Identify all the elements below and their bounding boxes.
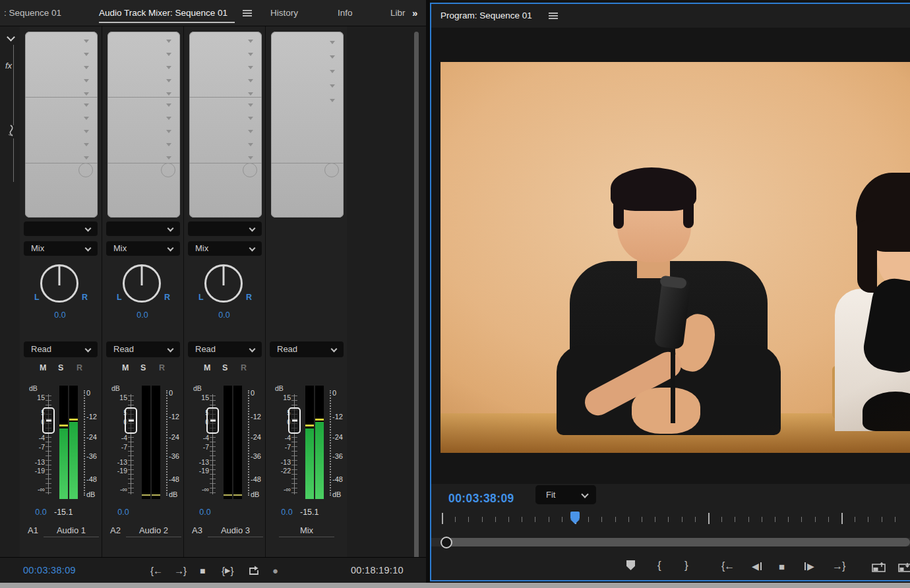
volume-fader-handle[interactable] — [288, 407, 301, 434]
effect-slot-arrow-icon[interactable] — [248, 130, 253, 133]
tab-partial-sequence[interactable]: : Sequence 01 — [4, 0, 61, 26]
effects-sends-panel[interactable] — [25, 32, 98, 218]
volume-fader-handle[interactable] — [206, 407, 219, 434]
panel-menu-icon[interactable] — [243, 10, 252, 11]
tab-history[interactable]: History — [270, 0, 298, 26]
track-name-field[interactable]: Audio 3 — [208, 525, 263, 537]
stop-icon[interactable]: ■ — [200, 558, 205, 583]
effect-slot-arrow-icon[interactable] — [248, 53, 253, 56]
send-knob-placeholder[interactable] — [324, 163, 339, 177]
effect-slot-arrow-icon[interactable] — [248, 143, 253, 146]
record-icon[interactable]: ● — [272, 558, 278, 583]
send-knob-placeholder[interactable] — [78, 163, 93, 177]
input-select[interactable] — [106, 221, 180, 236]
automation-mode-select[interactable]: Read — [270, 341, 344, 357]
step-forward-icon[interactable]: ▶ — [804, 561, 814, 572]
tab-info[interactable]: Info — [338, 0, 353, 26]
effect-slot-arrow-icon[interactable] — [330, 55, 335, 59]
effect-slot-arrow-icon[interactable] — [330, 70, 335, 73]
automation-mode-select[interactable]: Read — [188, 341, 262, 357]
go-to-out-icon[interactable]: →} — [832, 560, 845, 572]
collapse-rack-icon[interactable] — [7, 33, 15, 42]
effect-slot-arrow-icon[interactable] — [84, 156, 89, 160]
mute-button[interactable]: M — [40, 363, 46, 372]
mark-in-icon[interactable]: { — [657, 559, 661, 572]
track-name-field[interactable]: Mix — [279, 525, 334, 537]
effect-slot-arrow-icon[interactable] — [166, 53, 171, 56]
program-zoom-scrollbar[interactable] — [442, 538, 910, 546]
effect-slot-arrow-icon[interactable] — [84, 92, 89, 96]
effect-slot-arrow-icon[interactable] — [330, 41, 335, 44]
effect-slot-arrow-icon[interactable] — [84, 130, 89, 133]
fader-db-value[interactable]: 0.0 — [111, 508, 135, 517]
record-arm-button[interactable]: R — [76, 363, 82, 372]
extract-icon[interactable] — [898, 562, 910, 573]
input-select[interactable] — [24, 221, 98, 236]
output-assign-select[interactable]: Mix — [188, 241, 262, 256]
effect-slot-arrow-icon[interactable] — [248, 40, 253, 43]
volume-fader-handle[interactable] — [125, 407, 137, 434]
fader-db-value[interactable]: 0.0 — [29, 508, 53, 517]
solo-button[interactable]: S — [222, 363, 228, 372]
effect-slot-arrow-icon[interactable] — [248, 92, 253, 96]
zoom-level-select[interactable]: Fit — [535, 485, 596, 504]
tab-libraries[interactable]: Libr — [390, 0, 406, 26]
track-name-field[interactable]: Audio 2 — [126, 525, 181, 537]
effect-slot-arrow-icon[interactable] — [248, 66, 253, 69]
mark-out-icon[interactable]: } — [684, 559, 688, 572]
effects-sends-panel[interactable] — [189, 32, 262, 218]
play-in-to-out-icon[interactable]: {▶} — [222, 558, 234, 583]
effect-slot-arrow-icon[interactable] — [166, 66, 171, 69]
effect-slot-arrow-icon[interactable] — [84, 66, 89, 69]
program-panel-menu-icon[interactable] — [549, 13, 558, 14]
effect-slot-arrow-icon[interactable] — [166, 143, 171, 146]
effect-slot-arrow-icon[interactable] — [248, 117, 253, 120]
program-video-frame[interactable] — [440, 62, 910, 453]
automation-mode-select[interactable]: Read — [106, 341, 180, 357]
effect-slot-arrow-icon[interactable] — [166, 103, 171, 107]
step-back-icon[interactable]: ◀ — [752, 561, 762, 572]
automation-mode-select[interactable]: Read — [24, 341, 98, 357]
program-zoom-handle[interactable] — [440, 537, 452, 548]
mixer-playhead-timecode[interactable]: 00:03:38:09 — [23, 565, 76, 575]
send-knob-placeholder[interactable] — [161, 163, 175, 177]
loop-playback-icon[interactable] — [248, 566, 260, 576]
add-marker-icon[interactable] — [626, 560, 635, 570]
effect-slot-arrow-icon[interactable] — [166, 92, 171, 96]
pan-value[interactable]: 0.0 — [204, 310, 244, 320]
effect-slot-arrow-icon[interactable] — [330, 84, 335, 88]
effect-slot-arrow-icon[interactable] — [84, 103, 89, 107]
effect-slot-arrow-icon[interactable] — [166, 79, 171, 82]
output-assign-select[interactable]: Mix — [24, 241, 98, 256]
effect-slot-arrow-icon[interactable] — [84, 117, 89, 120]
effects-sends-panel[interactable] — [107, 32, 180, 218]
effect-slot-arrow-icon[interactable] — [166, 156, 171, 160]
mixer-vertical-scrollbar[interactable] — [414, 32, 419, 559]
send-knob-placeholder[interactable] — [243, 163, 257, 177]
record-arm-button[interactable]: R — [159, 363, 165, 372]
solo-button[interactable]: S — [58, 363, 63, 372]
mute-button[interactable]: M — [122, 363, 129, 372]
program-playhead[interactable] — [570, 512, 580, 519]
effect-slot-arrow-icon[interactable] — [84, 53, 89, 56]
stop-icon[interactable]: ■ — [779, 561, 785, 572]
output-assign-select[interactable]: Mix — [106, 241, 180, 256]
program-mini-timeline-ruler[interactable] — [431, 510, 910, 530]
track-name-field[interactable]: Audio 1 — [44, 525, 99, 537]
effect-slot-arrow-icon[interactable] — [166, 117, 171, 120]
go-to-out-icon[interactable]: →} — [174, 558, 187, 583]
effects-sends-panel[interactable] — [271, 32, 344, 218]
effect-slot-arrow-icon[interactable] — [330, 99, 335, 102]
effect-slot-arrow-icon[interactable] — [84, 79, 89, 82]
program-playhead-timecode[interactable]: 00:03:38:09 — [448, 492, 514, 506]
solo-button[interactable]: S — [140, 363, 146, 372]
input-select[interactable] — [188, 221, 262, 236]
pan-knob[interactable] — [123, 264, 161, 303]
go-to-in-icon[interactable]: {← — [721, 560, 735, 572]
pan-knob[interactable] — [204, 264, 243, 303]
pan-value[interactable]: 0.0 — [40, 310, 80, 320]
effect-slot-arrow-icon[interactable] — [166, 40, 171, 43]
effect-slot-arrow-icon[interactable] — [166, 130, 171, 133]
record-arm-button[interactable]: R — [241, 363, 247, 372]
effect-slot-arrow-icon[interactable] — [248, 103, 253, 107]
